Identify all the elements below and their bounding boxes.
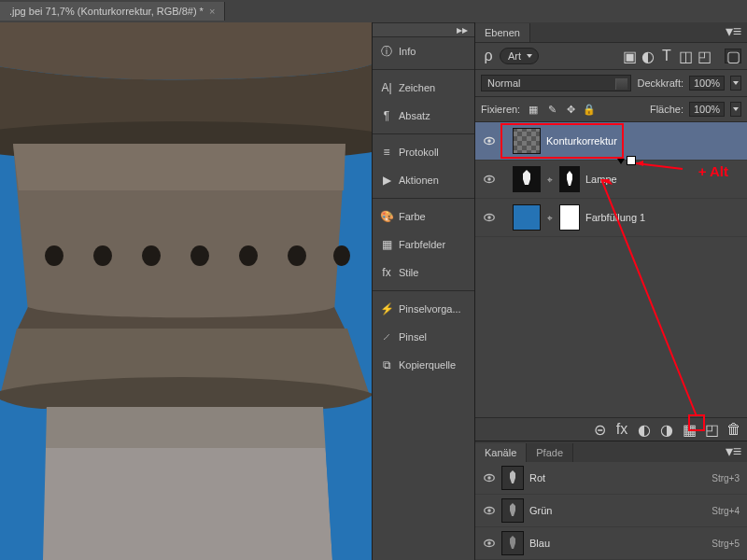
channel-thumbnail[interactable] [501, 531, 524, 555]
add-mask-icon[interactable]: ◐ [637, 422, 652, 437]
layer-thumbnail[interactable] [513, 204, 541, 231]
filter-toggle[interactable]: ▢ [725, 49, 741, 63]
blend-opacity-row: Normal Deckkraft: 100% [475, 70, 747, 97]
svg-point-4 [142, 245, 161, 266]
panel-menu-icon[interactable]: ▾≡ [720, 21, 747, 42]
svg-point-11 [487, 139, 491, 143]
panel-brush[interactable]: ⟋Pinsel [373, 323, 474, 351]
visibility-toggle[interactable] [483, 134, 496, 147]
document-tab[interactable]: .jpg bei 71,7% (Konturkorrektur, RGB/8#)… [0, 2, 225, 21]
channel-shortcut: Strg+5 [712, 539, 740, 549]
canvas[interactable] [0, 22, 372, 560]
filter-smart-icon[interactable]: ◰ [697, 49, 712, 63]
channel-thumbnail[interactable] [501, 498, 524, 523]
svg-point-23 [487, 541, 491, 545]
channels-list: Rot Strg+3 Grün Strg+4 Blau Strg+5 [475, 462, 747, 560]
visibility-toggle[interactable] [483, 537, 496, 550]
visibility-toggle[interactable] [483, 211, 496, 224]
panel-color[interactable]: 🎨Farbe [373, 203, 474, 231]
layers-footer: ⊝ fx ◐ ◑ ▦ ◰ 🗑 [475, 417, 747, 441]
panel-brush-presets[interactable]: ⚡Pinselvorga... [373, 295, 474, 323]
visibility-toggle[interactable] [483, 504, 496, 517]
filter-type-icon[interactable]: T [659, 49, 674, 63]
lamp-image [0, 22, 372, 560]
history-icon: ≡ [380, 146, 393, 159]
channel-row[interactable]: Blau Strg+5 [475, 527, 747, 560]
filter-pixel-icon[interactable]: ▣ [622, 49, 637, 63]
channel-thumbnail[interactable] [501, 466, 524, 490]
panel-history[interactable]: ≡Protokoll [373, 138, 474, 166]
lock-label: Fixieren: [481, 104, 520, 115]
layer-row[interactable]: ⌖ Lampe [475, 161, 747, 199]
svg-point-7 [288, 245, 306, 266]
palette-icon: 🎨 [380, 210, 393, 223]
tab-paths[interactable]: Pfade [527, 443, 573, 462]
svg-point-5 [190, 245, 209, 266]
panel-clone-source[interactable]: ⧉Kopierquelle [373, 351, 474, 379]
layer-name[interactable]: Farbfüllung 1 [585, 212, 645, 223]
play-icon: ▶ [380, 174, 393, 187]
visibility-toggle[interactable] [483, 471, 496, 484]
panel-paragraph[interactable]: ¶Absatz [373, 102, 474, 130]
panel-styles[interactable]: fxStile [373, 259, 474, 287]
adjustment-layer-icon[interactable]: ◑ [659, 422, 674, 437]
svg-point-19 [487, 476, 491, 480]
lock-position-icon[interactable]: ✥ [563, 102, 578, 117]
lock-fill-row: Fixieren: ▦ ✎ ✥ 🔒 Fläche: 100% [475, 97, 747, 122]
svg-point-21 [487, 509, 491, 512]
svg-point-13 [487, 177, 491, 181]
layer-row[interactable]: ⌖ Farbfüllung 1 [475, 199, 747, 237]
layer-mask[interactable] [559, 166, 580, 192]
dock-collapse[interactable]: ▸▸ [373, 22, 474, 37]
close-icon[interactable]: × [209, 6, 215, 17]
opacity-slider[interactable] [730, 76, 741, 91]
panel-actions[interactable]: ▶Aktionen [373, 166, 474, 194]
channel-name: Grün [529, 505, 552, 516]
layers-list: Konturkorrektur ⌖ Lampe ⌖ Farbfüllung 1 [475, 122, 747, 417]
link-layers-icon[interactable]: ⊝ [592, 422, 607, 437]
layer-row[interactable]: Konturkorrektur [475, 122, 747, 161]
channel-row[interactable]: Rot Strg+3 [475, 462, 747, 495]
layer-mask[interactable] [559, 204, 580, 231]
link-icon[interactable]: ⌖ [546, 213, 554, 222]
document-title: .jpg bei 71,7% (Konturkorrektur, RGB/8#)… [9, 6, 204, 17]
channels-tabs: Kanäle Pfade ▾≡ [475, 441, 747, 462]
layer-thumbnail[interactable] [513, 128, 541, 154]
bolt-icon: ⚡ [380, 302, 393, 315]
tab-layers[interactable]: Ebenen [475, 23, 530, 42]
panel-info[interactable]: ⓘInfo [373, 37, 474, 65]
lock-pixels-icon[interactable]: ✎ [544, 102, 559, 117]
brush-icon: ⟋ [380, 330, 393, 343]
paragraph-icon: ¶ [380, 109, 393, 122]
opacity-input[interactable]: 100% [689, 76, 725, 91]
fill-input[interactable]: 100% [689, 102, 725, 117]
panel-character[interactable]: A|Zeichen [373, 74, 474, 102]
swatches-icon: ▦ [380, 238, 393, 251]
group-layers-icon[interactable]: ▦ [682, 422, 697, 437]
layer-name[interactable]: Konturkorrektur [546, 135, 617, 147]
panel-swatches[interactable]: ▦Farbfelder [373, 231, 474, 259]
filter-adjust-icon[interactable]: ◐ [641, 49, 655, 63]
channel-row[interactable]: Grün Strg+4 [475, 495, 747, 527]
layers-channels-column: Ebenen ▾≡ ρ Art ▣ ◐ T ◫ ◰ ▢ Normal Deckk… [474, 22, 747, 560]
info-icon: ⓘ [380, 45, 393, 58]
tab-channels[interactable]: Kanäle [475, 443, 527, 462]
fill-slider[interactable] [730, 102, 741, 117]
visibility-toggle[interactable] [483, 173, 496, 186]
panel-menu-icon[interactable]: ▾≡ [720, 441, 747, 462]
blend-mode-select[interactable]: Normal [481, 75, 631, 91]
filter-shape-icon[interactable]: ◫ [678, 49, 693, 63]
layer-name[interactable]: Lampe [585, 174, 617, 185]
lock-transparent-icon[interactable]: ▦ [526, 102, 541, 117]
fx-button[interactable]: fx [614, 422, 629, 437]
search-icon[interactable]: ρ [481, 49, 496, 63]
link-icon[interactable]: ⌖ [546, 175, 554, 184]
new-layer-icon[interactable]: ◰ [704, 422, 719, 437]
main: ▸▸ ⓘInfo A|Zeichen ¶Absatz ≡Protokoll ▶A… [0, 22, 747, 560]
filter-type-dropdown[interactable]: Art [500, 48, 539, 64]
delete-layer-icon[interactable]: 🗑 [726, 422, 741, 437]
layer-thumbnail[interactable] [513, 166, 541, 192]
character-icon: A| [380, 81, 393, 94]
lock-all-icon[interactable]: 🔒 [582, 102, 597, 117]
svg-point-6 [239, 245, 258, 266]
